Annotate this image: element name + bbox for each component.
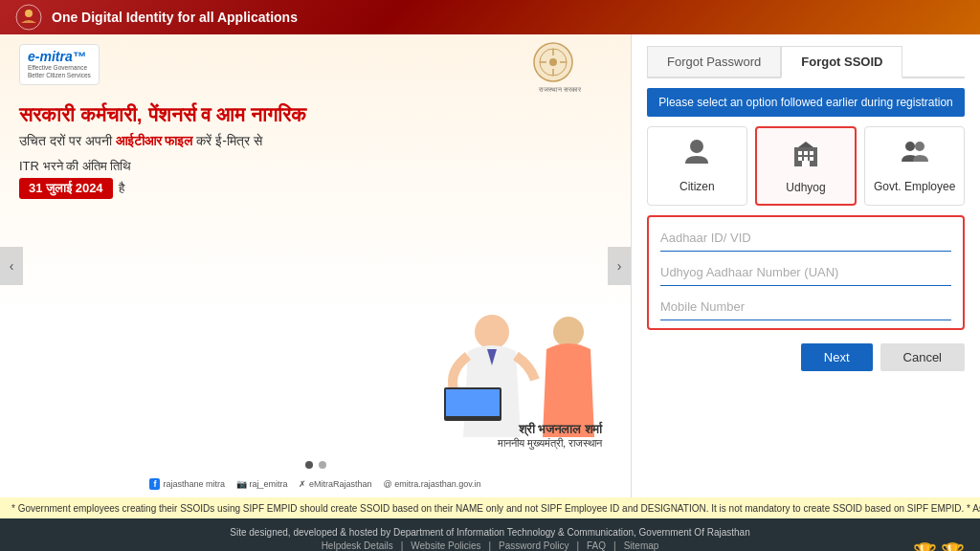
- header-emblem: [15, 4, 42, 31]
- svg-point-22: [905, 142, 915, 151]
- emitra-brand: e-mitra™: [28, 49, 91, 64]
- footer: Site designed, developed & hosted by Dep…: [0, 518, 980, 551]
- form-section: [647, 215, 965, 330]
- emitra-tagline2: Better Citizen Services: [28, 72, 91, 79]
- svg-point-23: [915, 142, 924, 151]
- date-suffix: है: [119, 181, 124, 196]
- carousel-section: e-mitra™ Effective Governance Better Cit…: [0, 34, 632, 497]
- social-bar: f rajasthane mitra 📷 raj_emitra ✗ eMitra…: [0, 478, 631, 490]
- svg-rect-20: [810, 157, 813, 161]
- footer-links: Helpdesk Details | Website Policies | Pa…: [322, 540, 659, 551]
- option-card-citizen[interactable]: Citizen: [647, 126, 747, 206]
- website-policies-link[interactable]: Website Policies: [411, 540, 480, 551]
- hindi-title: सरकारी कर्मचारी, पेंशनर्स व आम नागरिक: [19, 101, 420, 127]
- ticker-bar: * Government employees creating their SS…: [0, 497, 980, 518]
- udhyog-icon: [791, 138, 821, 175]
- hindi-subtitle-bold: आईटीआर फाइल: [116, 133, 193, 148]
- cancel-button[interactable]: Cancel: [880, 343, 965, 371]
- carousel-text-content: सरकारी कर्मचारी, पेंशनर्स व आम नागरिक उच…: [19, 101, 420, 199]
- udhyog-label: Udhyog: [786, 181, 825, 194]
- helpdesk-link[interactable]: Helpdesk Details: [322, 540, 393, 551]
- social-email: @ emitra.rajasthan.gov.in: [384, 479, 481, 489]
- svg-rect-16: [804, 151, 808, 155]
- header-title: One Digital Identity for all Application…: [52, 10, 298, 25]
- svg-point-12: [553, 317, 584, 347]
- emitra-logo: e-mitra™ Effective Governance Better Cit…: [19, 44, 100, 85]
- svg-rect-18: [798, 157, 802, 161]
- header: One Digital Identity for all Application…: [0, 0, 980, 34]
- govt-employee-label: Govt. Employee: [874, 180, 955, 193]
- trophy-icon-1: 🏆: [913, 541, 937, 551]
- hindi-subtitle-1: उचित दरों पर अपनी: [19, 133, 112, 148]
- svg-point-4: [549, 58, 557, 66]
- svg-rect-15: [798, 151, 802, 155]
- trophy-icon-2: 🏆: [941, 541, 965, 551]
- faq-link[interactable]: FAQ: [587, 540, 606, 551]
- person-figure: श्री भजनलाल शर्मा माननीय मुख्यमंत्री, रा…: [439, 255, 612, 450]
- carousel-next-button[interactable]: ›: [608, 247, 631, 285]
- tabs-row: Forgot Password Forgot SSOID: [647, 46, 965, 78]
- date-badge: 31 जुलाई 2024: [19, 178, 113, 199]
- action-buttons: Next Cancel: [647, 340, 965, 375]
- next-button[interactable]: Next: [801, 343, 873, 371]
- emitra-tagline1: Effective Governance: [28, 64, 91, 72]
- svg-rect-21: [802, 161, 810, 166]
- tab-forgot-ssoid[interactable]: Forgot SSOID: [781, 46, 902, 78]
- footer-line1: Site designed, developed & hosted by Dep…: [230, 527, 749, 538]
- svg-rect-17: [810, 151, 813, 155]
- ticker-text: * Government employees creating their SS…: [11, 503, 980, 514]
- svg-point-9: [475, 315, 509, 349]
- itr-text: ITR भरने की अंतिम तिथि: [19, 159, 420, 174]
- option-card-udhyog[interactable]: Udhyog: [755, 126, 858, 206]
- social-twitter: ✗ eMitraRajasthan: [299, 479, 371, 489]
- citizen-label: Citizen: [679, 180, 715, 193]
- option-card-govt-employee[interactable]: Govt. Employee: [864, 126, 965, 206]
- uan-field[interactable]: [660, 259, 951, 286]
- password-policy-link[interactable]: Password Policy: [499, 540, 568, 551]
- citizen-icon: [681, 137, 712, 174]
- right-panel: Forgot Password Forgot SSOID Please sele…: [632, 34, 980, 497]
- rajasthan-text: राजस्थान सरकार: [539, 86, 581, 94]
- carousel-dot-1[interactable]: [305, 461, 313, 469]
- carousel-prev-button[interactable]: ‹: [0, 247, 23, 285]
- hindi-subtitle-2: करें ई-मित्र से: [196, 133, 261, 148]
- trophy-icons: 🏆 🏆: [913, 541, 965, 551]
- mobile-field[interactable]: [660, 294, 951, 320]
- aadhaar-field[interactable]: [660, 225, 951, 252]
- svg-point-13: [690, 140, 703, 153]
- info-banner: Please select an option followed earlier…: [647, 88, 965, 117]
- svg-point-1: [25, 10, 33, 17]
- social-instagram: 📷 raj_emitra: [236, 479, 288, 489]
- options-row: Citizen Udhyog: [647, 126, 965, 206]
- carousel-dot-2[interactable]: [319, 461, 326, 469]
- svg-rect-19: [804, 157, 808, 161]
- svg-rect-11: [446, 389, 500, 416]
- person-svg: [439, 255, 612, 437]
- govt-employee-icon: [900, 137, 930, 174]
- carousel-dots: [305, 461, 326, 469]
- social-facebook: f rajasthane mitra: [149, 478, 225, 490]
- hindi-subtitle: उचित दरों पर अपनी आईटीआर फाइल करें ई-मित…: [19, 133, 420, 149]
- rajasthan-emblem: [533, 42, 573, 86]
- tab-forgot-password[interactable]: Forgot Password: [647, 46, 781, 77]
- sitemap-link[interactable]: Sitemap: [624, 540, 659, 551]
